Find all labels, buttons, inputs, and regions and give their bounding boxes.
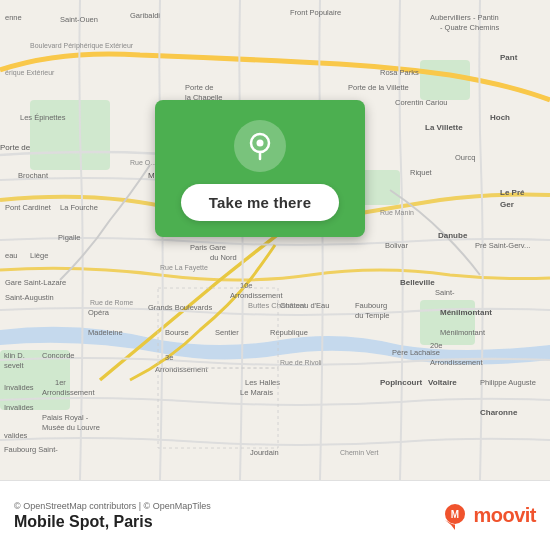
svg-text:Le Pré: Le Pré bbox=[500, 188, 525, 197]
svg-text:Pré Saint-Gerv...: Pré Saint-Gerv... bbox=[475, 241, 530, 250]
svg-text:valides: valides bbox=[4, 431, 28, 440]
svg-text:Arrondissement: Arrondissement bbox=[430, 358, 483, 367]
svg-text:Rue Manin: Rue Manin bbox=[380, 209, 414, 216]
svg-text:enne: enne bbox=[5, 13, 22, 22]
svg-text:Bourse: Bourse bbox=[165, 328, 189, 337]
svg-text:Boulevard Périphérique Extérie: Boulevard Périphérique Extérieur bbox=[30, 42, 134, 50]
svg-rect-5 bbox=[420, 300, 475, 345]
svg-text:Corentin Cariou: Corentin Cariou bbox=[395, 98, 448, 107]
svg-text:Gare Saint-Lazare: Gare Saint-Lazare bbox=[5, 278, 66, 287]
bottom-left-info: © OpenStreetMap contributors | © OpenMap… bbox=[14, 501, 211, 531]
svg-text:Ourcq: Ourcq bbox=[455, 153, 475, 162]
svg-text:Chemin Vert: Chemin Vert bbox=[340, 449, 379, 456]
svg-text:Charonne: Charonne bbox=[480, 408, 518, 417]
svg-text:Rue La Fayette: Rue La Fayette bbox=[160, 264, 208, 272]
card-icon-area bbox=[155, 100, 365, 184]
svg-text:Concorde: Concorde bbox=[42, 351, 75, 360]
svg-text:Saint-Augustin: Saint-Augustin bbox=[5, 293, 54, 302]
svg-text:Hoch: Hoch bbox=[490, 113, 510, 122]
svg-rect-3 bbox=[420, 60, 470, 100]
svg-text:Porte de: Porte de bbox=[0, 143, 31, 152]
svg-text:Voltaire: Voltaire bbox=[428, 378, 457, 387]
map-background: Boulevard Périphérique Extérieur Rue O..… bbox=[0, 0, 550, 480]
svg-text:Front Populaire: Front Populaire bbox=[290, 8, 341, 17]
svg-text:Madeleine: Madeleine bbox=[88, 328, 123, 337]
svg-text:Palais Royal -: Palais Royal - bbox=[42, 413, 89, 422]
svg-text:Pigalle: Pigalle bbox=[58, 233, 81, 242]
svg-text:Aubervilliers - Pantin: Aubervilliers - Pantin bbox=[430, 13, 499, 22]
svg-text:Opéra: Opéra bbox=[88, 308, 110, 317]
svg-text:10e: 10e bbox=[240, 281, 253, 290]
svg-text:Les Halles: Les Halles bbox=[245, 378, 280, 387]
svg-text:République: République bbox=[270, 328, 308, 337]
svg-text:3e: 3e bbox=[165, 353, 173, 362]
bottom-bar: © OpenStreetMap contributors | © OpenMap… bbox=[0, 480, 550, 550]
svg-text:Liège: Liège bbox=[30, 251, 48, 260]
svg-text:Jourdain: Jourdain bbox=[250, 448, 279, 457]
take-me-there-button[interactable]: Take me there bbox=[181, 184, 339, 221]
svg-text:Ger: Ger bbox=[500, 200, 514, 209]
svg-rect-1 bbox=[30, 100, 110, 170]
location-pin-icon bbox=[245, 131, 275, 161]
svg-text:Invalides: Invalides bbox=[4, 383, 34, 392]
moovit-text: moovit bbox=[473, 504, 536, 527]
svg-text:sevelt: sevelt bbox=[4, 361, 25, 370]
svg-text:- Quatre Chemins: - Quatre Chemins bbox=[440, 23, 499, 32]
svg-text:Saint-: Saint- bbox=[435, 288, 455, 297]
svg-rect-4 bbox=[360, 170, 400, 205]
svg-text:Faubourg Saint-: Faubourg Saint- bbox=[4, 445, 58, 454]
svg-text:Arrondissement: Arrondissement bbox=[230, 291, 283, 300]
svg-text:Rue O...: Rue O... bbox=[130, 159, 156, 166]
svg-text:Le Marais: Le Marais bbox=[240, 388, 273, 397]
svg-text:Ménilmontant: Ménilmontant bbox=[440, 308, 492, 317]
svg-text:Danube: Danube bbox=[438, 231, 468, 240]
svg-text:M: M bbox=[451, 509, 459, 520]
svg-text:Musée du Louvre: Musée du Louvre bbox=[42, 423, 100, 432]
svg-text:La Fourche: La Fourche bbox=[60, 203, 98, 212]
svg-text:Porte de la Villette: Porte de la Villette bbox=[348, 83, 409, 92]
svg-text:1er: 1er bbox=[55, 378, 66, 387]
svg-text:Buttes Chaumont: Buttes Chaumont bbox=[248, 301, 307, 310]
svg-text:Les Épinettes: Les Épinettes bbox=[20, 113, 66, 122]
svg-text:Porte de: Porte de bbox=[185, 83, 213, 92]
svg-text:Belleville: Belleville bbox=[400, 278, 435, 287]
svg-text:La Villette: La Villette bbox=[425, 123, 463, 132]
svg-text:Sentier: Sentier bbox=[215, 328, 239, 337]
svg-text:klin D.: klin D. bbox=[4, 351, 25, 360]
svg-text:Saint-Ouen: Saint-Ouen bbox=[60, 15, 98, 24]
svg-text:Riquet: Riquet bbox=[410, 168, 433, 177]
svg-text:Ménilmontant: Ménilmontant bbox=[440, 328, 486, 337]
svg-text:Rue de Rome: Rue de Rome bbox=[90, 299, 133, 306]
svg-text:Paris Gare: Paris Gare bbox=[190, 243, 226, 252]
svg-text:eau: eau bbox=[5, 251, 18, 260]
location-icon-circle bbox=[234, 120, 286, 172]
svg-text:PopIncourt: PopIncourt bbox=[380, 378, 423, 387]
moovit-logo: M moovit bbox=[441, 502, 536, 530]
svg-text:Pant: Pant bbox=[500, 53, 518, 62]
svg-text:Invalides: Invalides bbox=[4, 403, 34, 412]
svg-point-90 bbox=[257, 140, 264, 147]
svg-text:Arrondissement: Arrondissement bbox=[42, 388, 95, 397]
svg-text:érique Extérieur: érique Extérieur bbox=[5, 69, 55, 77]
svg-text:Père Lachaise: Père Lachaise bbox=[392, 348, 440, 357]
svg-text:Arrondissement: Arrondissement bbox=[155, 365, 208, 374]
svg-text:Faubourg: Faubourg bbox=[355, 301, 387, 310]
svg-text:du Temple: du Temple bbox=[355, 311, 389, 320]
attribution-text: © OpenStreetMap contributors | © OpenMap… bbox=[14, 501, 211, 511]
svg-text:Philippe Auguste: Philippe Auguste bbox=[480, 378, 536, 387]
location-label: Mobile Spot, Paris bbox=[14, 513, 211, 531]
moovit-icon: M bbox=[441, 502, 469, 530]
svg-text:Pont Cardinet: Pont Cardinet bbox=[5, 203, 52, 212]
svg-text:Rosa Parks: Rosa Parks bbox=[380, 68, 419, 77]
svg-text:Bolivar: Bolivar bbox=[385, 241, 408, 250]
navigation-card: Take me there bbox=[155, 100, 365, 237]
svg-text:Garibaldi: Garibaldi bbox=[130, 11, 160, 20]
svg-text:Brochant: Brochant bbox=[18, 171, 49, 180]
map-container: Boulevard Périphérique Extérieur Rue O..… bbox=[0, 0, 550, 480]
svg-text:Rue de Rivoli: Rue de Rivoli bbox=[280, 359, 322, 366]
svg-text:du Nord: du Nord bbox=[210, 253, 237, 262]
